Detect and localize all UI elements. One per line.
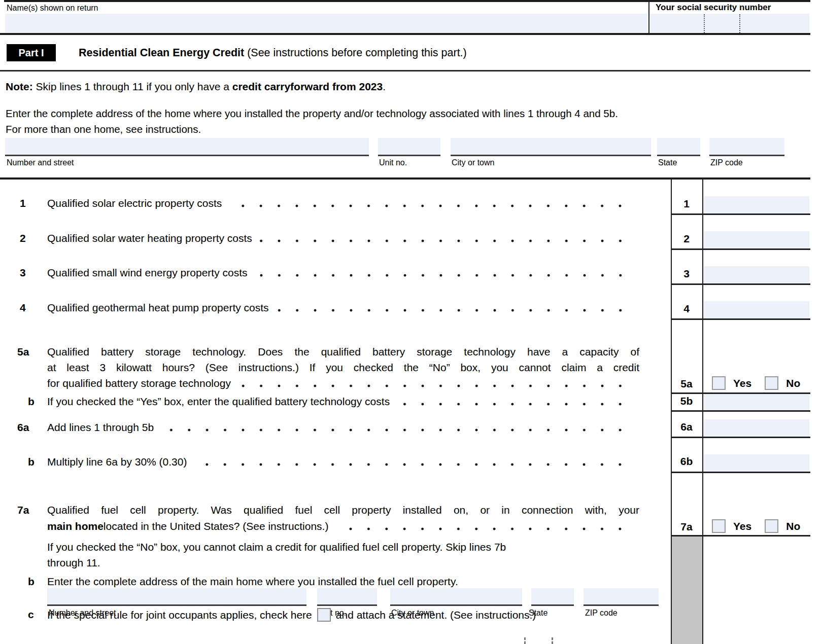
line-6b-number: b <box>28 455 35 469</box>
line-7a-number: 7a <box>17 504 29 517</box>
ssn-field[interactable] <box>650 14 809 32</box>
home-state-field[interactable] <box>657 138 700 155</box>
line-1-amount-field[interactable] <box>704 196 809 213</box>
home-city-underline <box>451 155 651 156</box>
dot-leader <box>259 232 629 245</box>
home-unit-field[interactable] <box>378 138 440 155</box>
line-6a-amount-field[interactable] <box>704 419 809 437</box>
home-zip-field[interactable] <box>709 138 784 155</box>
line-4-amount-field[interactable] <box>704 301 809 318</box>
line-3-amount-field[interactable] <box>704 266 809 283</box>
line-7a-text2-rest: located in the United States? (See instr… <box>104 520 329 533</box>
line-7c-number: c <box>28 608 34 621</box>
line-7b-label: Enter the complete address of the main h… <box>47 575 639 588</box>
note-body: Skip lines 1 through 11 if you only have… <box>33 81 232 92</box>
line-2-label: Qualified solar water heating property c… <box>47 232 252 245</box>
line-2-box-number: 2 <box>671 232 702 245</box>
dot-leader <box>161 421 629 434</box>
fuelcell-street-field[interactable] <box>47 588 306 604</box>
row6b-border <box>671 472 810 473</box>
dot-leader <box>194 455 629 469</box>
line-5b-amount-field[interactable] <box>704 394 809 410</box>
line-7a-no-checkbox[interactable] <box>765 519 778 533</box>
line-7c-checkbox[interactable] <box>317 608 331 622</box>
line-5b-row: If you checked the “Yes” box, enter the … <box>47 395 629 408</box>
line-7c-row: If the special rule for joint occupants … <box>47 608 536 622</box>
line-4-number: 4 <box>20 301 26 314</box>
dot-leader <box>335 520 629 533</box>
part1-badge: Part I <box>7 44 56 61</box>
line-1-row: Qualified solar electric property costs <box>47 197 629 210</box>
home-street-label: Number and street <box>7 158 74 167</box>
line-6a-number: 6a <box>17 421 29 434</box>
line-7a-no-label: No <box>778 520 800 533</box>
home-city-field[interactable] <box>451 138 651 155</box>
shaded-column <box>672 536 702 644</box>
fuelcell-city-field[interactable] <box>390 588 522 604</box>
line-4-row: Qualified geothermal heat pump property … <box>47 301 629 314</box>
line-7a-note2: through 11. <box>47 556 639 569</box>
line-7a-text2-row: main home located in the United States? … <box>47 520 629 533</box>
note-suffix: . <box>383 81 386 92</box>
line-2-amount-field[interactable] <box>704 231 809 248</box>
part1-title: Residential Clean Energy Credit <box>79 47 244 59</box>
ssn-separator-2 <box>739 14 740 33</box>
note-row: Note: Skip lines 1 through 11 if you onl… <box>6 80 386 93</box>
line-5b-label: If you checked the “Yes” box, enter the … <box>47 395 390 408</box>
fuelcell-street-underline <box>47 604 306 606</box>
name-on-return-field[interactable] <box>5 14 647 32</box>
fuelcell-state-field[interactable] <box>531 588 574 604</box>
line-5a-text1: Qualified battery storage technology. Do… <box>47 345 639 359</box>
line-7c-text-before: If the special rule for joint occupants … <box>47 609 312 622</box>
line-5a-yes-label: Yes <box>726 377 751 390</box>
fuelcell-zip-field[interactable] <box>584 588 659 604</box>
line-7a-yes-checkbox[interactable] <box>712 519 726 533</box>
line-5a-text3-row: for qualified battery storage technology <box>47 377 629 390</box>
name-on-return-label: Name(s) shown on return <box>7 3 98 13</box>
dot-leader <box>238 377 629 390</box>
home-zip-label: ZIP code <box>710 158 743 167</box>
row1-border <box>671 213 810 215</box>
home-street-underline <box>5 155 369 156</box>
line-2-row: Qualified solar water heating property c… <box>47 232 629 245</box>
line-6a-label: Add lines 1 through 5b <box>47 421 154 434</box>
address-intro-line2: For more than one home, see instructions… <box>6 123 201 136</box>
line-2-number: 2 <box>20 232 26 245</box>
bottom-dashed-stub-2 <box>552 637 553 644</box>
line-6a-row: Add lines 1 through 5b <box>47 421 629 434</box>
fuelcell-unit-underline <box>317 604 377 606</box>
line-3-row: Qualified small wind energy property cos… <box>47 266 629 279</box>
line-5b-number: b <box>28 395 35 408</box>
table-top-border <box>0 177 810 180</box>
line-7a-note1: If you checked the “No” box, you cannot … <box>47 541 639 554</box>
ssn-label: Your social security number <box>656 3 771 13</box>
header-bottom-border <box>0 33 810 35</box>
row2-border <box>671 248 810 250</box>
line-5b-box-number: 5b <box>671 395 702 408</box>
row7a-border <box>671 535 810 536</box>
line-6a-box-number: 6a <box>671 420 702 434</box>
home-zip-underline <box>709 155 784 156</box>
row5b-border <box>671 410 810 412</box>
part1-title-row: Residential Clean Energy Credit (See ins… <box>79 45 467 60</box>
line-5a-text3: for qualified battery storage technology <box>47 377 231 390</box>
line-5a-yes-checkbox[interactable] <box>712 376 726 390</box>
line-5a-text2: at least 3 kilowatt hours? (See instruct… <box>47 361 639 374</box>
home-street-field[interactable] <box>5 138 369 155</box>
part1-subtitle: (See instructions before completing this… <box>244 47 467 59</box>
line-6b-row: Multiply line 6a by 30% (0.30) <box>47 455 629 469</box>
line-7a-yesno-group: Yes No <box>712 519 800 533</box>
dot-leader <box>229 197 629 210</box>
line-5a-no-checkbox[interactable] <box>765 376 778 390</box>
part1-divider <box>0 70 810 71</box>
line-3-label: Qualified small wind energy property cos… <box>47 266 248 279</box>
fuelcell-zip-underline <box>584 604 659 606</box>
fuelcell-unit-field[interactable] <box>317 588 377 604</box>
dot-leader <box>255 266 629 279</box>
home-state-label: State <box>658 158 677 167</box>
line-6b-amount-field[interactable] <box>704 454 809 472</box>
line-5a-yesno-group: Yes No <box>712 376 800 390</box>
home-state-underline <box>657 155 700 156</box>
line-5a-no-label: No <box>778 377 800 390</box>
line-7c-text-after: and attach a statement. (See instruction… <box>336 609 536 622</box>
